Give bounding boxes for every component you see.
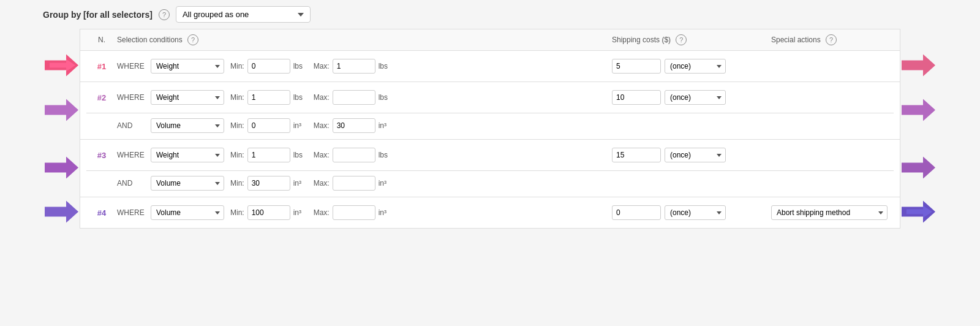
range-group-3-2: Min: in³ Max: in³ xyxy=(230,176,894,191)
condition-row-4: #4 WHERE WeightVolumePriceQuantity Min: … xyxy=(80,197,900,228)
keyword-3-1: WHERE xyxy=(117,151,151,159)
freq-select-2[interactable]: (once)(per item)(per kg) xyxy=(665,90,726,105)
left-arrow-2 xyxy=(45,99,78,123)
col-conditions-header: Selection conditions ? xyxy=(117,34,612,45)
top-bar: Group by [for all selectors] ? All group… xyxy=(6,6,974,23)
max-input-1-1[interactable] xyxy=(333,59,375,74)
cost-input-4[interactable] xyxy=(612,205,661,220)
costs-group-1: (once)(per item)(per kg) xyxy=(612,59,771,74)
left-arrow-svg-2 xyxy=(45,99,78,121)
special-select-4[interactable]: Abort shipping method Abort shipping met… xyxy=(771,205,888,220)
right-arrow-3 xyxy=(902,156,935,180)
special-help-icon[interactable]: ? xyxy=(826,34,837,45)
group-by-select[interactable]: All grouped as one xyxy=(176,6,311,23)
right-arrow-2 xyxy=(902,99,935,123)
right-arrow-svg-2 xyxy=(902,99,935,121)
freq-select-1[interactable]: (once)(per item)(per kg) xyxy=(665,59,726,74)
costs-help-icon[interactable]: ? xyxy=(676,34,687,45)
row-group-1: #1 WHERE WeightVolumePriceQuantity Min: … xyxy=(80,51,900,82)
freq-select-3[interactable]: (once)(per item)(per kg) xyxy=(665,148,726,162)
condition-row-1: #1 WHERE WeightVolumePriceQuantity Min: … xyxy=(80,51,900,82)
svg-marker-5 xyxy=(45,156,78,178)
keyword-1-1: WHERE xyxy=(117,62,151,70)
condition-row-2-1: #2 WHERE WeightVolumePriceQuantity Min: … xyxy=(80,82,900,113)
min-input-2-2[interactable] xyxy=(247,118,290,133)
range-group-4-1: Min: in³ Max: in³ xyxy=(230,205,612,220)
svg-marker-4 xyxy=(902,99,935,121)
condition-row-2-2: AND WeightVolumePriceQuantity Min: in³ M… xyxy=(80,113,900,139)
row-group-3: #3 WHERE WeightVolumePriceQuantity Min: … xyxy=(80,140,900,197)
left-arrow-svg-3 xyxy=(45,156,78,178)
cost-input-3[interactable] xyxy=(612,148,661,162)
selector-3-2[interactable]: WeightVolumePriceQuantity xyxy=(151,176,224,191)
condition-row-3-2: AND WeightVolumePriceQuantity Min: in³ M… xyxy=(80,171,900,197)
selector-2-2[interactable]: WeightVolumePriceQuantity xyxy=(151,118,224,133)
min-input-2-1[interactable] xyxy=(247,90,290,105)
right-arrow-4 xyxy=(902,201,935,225)
range-group-2-1: Min: lbs Max: lbs xyxy=(230,90,612,105)
min-input-3-1[interactable] xyxy=(247,148,290,162)
row-num-4: #4 xyxy=(86,208,117,218)
min-input-1-1[interactable] xyxy=(247,59,290,74)
special-group-4: Abort shipping method Abort shipping met… xyxy=(771,205,894,220)
range-group-3-1: Min: lbs Max: lbs xyxy=(230,148,612,162)
selector-2-1[interactable]: WeightVolumePriceQuantity xyxy=(151,90,224,105)
right-arrow-svg-3 xyxy=(902,156,935,178)
costs-group-4: (once)(per item)(per kg) xyxy=(612,205,771,220)
table-header: N. Selection conditions ? Shipping costs… xyxy=(80,29,900,51)
conditions-table: N. Selection conditions ? Shipping costs… xyxy=(80,29,900,229)
row-num-1: #1 xyxy=(86,62,117,71)
row-group-4: #4 WHERE WeightVolumePriceQuantity Min: … xyxy=(80,197,900,228)
condition-row-3-1: #3 WHERE WeightVolumePriceQuantity Min: … xyxy=(80,140,900,170)
cost-input-1[interactable] xyxy=(612,59,661,74)
group-by-help-icon[interactable]: ? xyxy=(159,9,170,20)
left-arrow-1 xyxy=(45,55,78,78)
row-group-2: #2 WHERE WeightVolumePriceQuantity Min: … xyxy=(80,82,900,140)
freq-select-4[interactable]: (once)(per item)(per kg) xyxy=(665,205,726,220)
cost-input-2[interactable] xyxy=(612,90,661,105)
svg-marker-6 xyxy=(902,156,935,178)
left-arrow-3 xyxy=(45,156,78,180)
right-arrow-svg-1 xyxy=(902,55,935,77)
svg-marker-2 xyxy=(902,55,935,77)
col-n-header: N. xyxy=(86,36,117,44)
range-group-2-2: Min: in³ Max: in³ xyxy=(230,118,894,133)
selector-4-1[interactable]: WeightVolumePriceQuantity xyxy=(151,205,224,220)
right-arrow-1 xyxy=(902,55,935,78)
max-input-3-2[interactable] xyxy=(333,176,375,191)
col-costs-header: Shipping costs ($) ? xyxy=(612,34,771,45)
svg-marker-3 xyxy=(45,99,78,121)
range-group-1-1: Min: lbs Max: lbs xyxy=(230,59,612,74)
max-input-2-1[interactable] xyxy=(333,90,375,105)
group-by-label: Group by [for all selectors] xyxy=(43,10,153,20)
row-num-3: #3 xyxy=(86,151,117,160)
selector-1-1[interactable]: WeightVolumePriceQuantity xyxy=(151,59,224,74)
max-input-2-2[interactable] xyxy=(333,118,375,133)
min-input-3-2[interactable] xyxy=(247,176,290,191)
costs-group-2: (once)(per item)(per kg) xyxy=(612,90,771,105)
keyword-4-1: WHERE xyxy=(117,208,151,217)
left-arrow-svg-1 xyxy=(45,55,78,77)
svg-marker-7 xyxy=(45,201,78,223)
left-arrow-svg-4 xyxy=(45,201,78,223)
max-input-3-1[interactable] xyxy=(333,148,375,162)
keyword-3-2: AND xyxy=(117,179,151,188)
max-input-4-1[interactable] xyxy=(333,205,375,220)
row-num-2: #2 xyxy=(86,93,117,102)
keyword-2-1: WHERE xyxy=(117,93,151,102)
selector-3-1[interactable]: WeightVolumePriceQuantity xyxy=(151,148,224,162)
conditions-help-icon[interactable]: ? xyxy=(187,34,198,45)
left-arrow-4 xyxy=(45,201,78,225)
min-input-4-1[interactable] xyxy=(247,205,290,220)
keyword-2-2: AND xyxy=(117,121,151,130)
costs-group-3: (once)(per item)(per kg) xyxy=(612,148,771,162)
col-special-header: Special actions ? xyxy=(771,34,894,45)
right-arrow-svg-4 xyxy=(902,201,935,223)
